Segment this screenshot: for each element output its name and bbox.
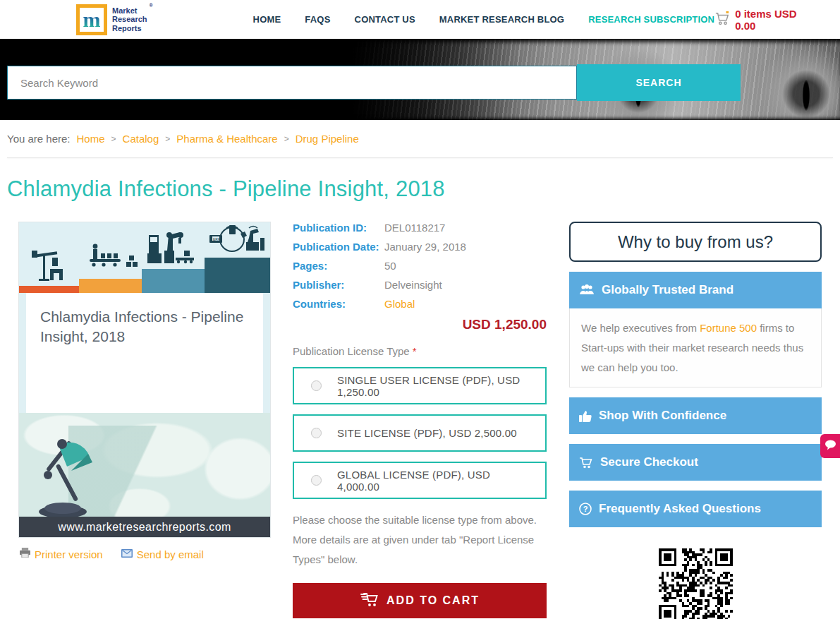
detail-row-pages: Pages: 50 (293, 260, 547, 272)
report-cover-column: ERP Chlamydia Infe (18, 222, 271, 560)
cover-step-bar (79, 279, 142, 293)
top-navigation-bar: m ® Market Research Reports HOME FAQS CO… (0, 0, 840, 39)
breadcrumb-drug-pipeline[interactable]: Drug Pipeline (296, 133, 359, 145)
breadcrumb-pharma-healthcare[interactable]: Pharma & Healthcare (176, 133, 277, 145)
breadcrumb-prefix: You are here: (7, 133, 71, 145)
detail-row-countries: Countries: Global (293, 298, 547, 310)
nav-blog[interactable]: MARKET RESEARCH BLOG (439, 14, 564, 25)
license-type-label: Publication License Type * (293, 345, 547, 357)
radio-button[interactable] (311, 428, 322, 438)
qr-code (659, 548, 733, 619)
cover-url-bar: www.marketresearchreports.com (19, 517, 270, 537)
cover-title-panel: Chlamydia Infections - Pipeline Insight,… (26, 293, 263, 413)
cover-step-bar (142, 269, 205, 293)
license-option-site[interactable]: SITE LICENSE (PDF), USD 2,500.00 (293, 414, 547, 452)
email-icon (121, 548, 133, 560)
users-group-icon (579, 284, 595, 296)
main-nav: HOME FAQS CONTACT US MARKET RESEARCH BLO… (253, 14, 715, 25)
fortune-500-link[interactable]: Fortune 500 (700, 322, 757, 334)
assembly-line-icon (90, 244, 140, 276)
detail-row-publication-id: Publication ID: DEL0118217 (293, 222, 547, 234)
robot-arm-icon (147, 229, 197, 266)
add-to-cart-button[interactable]: ADD TO CART (293, 583, 547, 618)
why-buy-sidebar: Why to buy from us? Globally Trusted Bra… (569, 222, 822, 619)
cover-step-bar (19, 286, 79, 293)
search-button[interactable]: SEARCH (577, 64, 741, 101)
globally-trusted-brand-text: We help executives from Fortune 500 firm… (569, 308, 822, 387)
radio-button[interactable] (311, 475, 322, 486)
breadcrumb: You are here: Home > Catalog > Pharma & … (0, 120, 840, 152)
required-asterisk: * (413, 345, 417, 357)
page-title: Chlamydia Infections - Pipeline Insight,… (7, 176, 840, 202)
shop-with-confidence-box[interactable]: Shop With Confidence (569, 397, 822, 434)
nav-research-subscription[interactable]: RESEARCH SUBSCRIPTION (588, 14, 714, 25)
hero-search-section: SEARCH (0, 39, 840, 120)
svg-text:ERP: ERP (213, 237, 221, 241)
detail-row-publisher: Publisher: Delveinsight (293, 279, 547, 291)
smart-factory-icon: ERP (208, 224, 266, 256)
search-input[interactable] (7, 66, 577, 100)
why-to-buy-header[interactable]: Why to buy from us? (569, 222, 822, 262)
cart-status[interactable]: 0 items USD 0.00 (714, 8, 812, 32)
logo-wordmark: ® Market Research Reports (112, 6, 147, 33)
send-by-email-link[interactable]: Send by email (121, 548, 204, 560)
pumpjack-icon (29, 248, 68, 284)
report-price: USD 1,250.00 (293, 317, 547, 332)
breadcrumb-home[interactable]: Home (77, 133, 105, 145)
logo-mark-icon: m (76, 4, 107, 35)
svg-text:?: ? (583, 505, 588, 513)
chat-bubble-icon (824, 440, 836, 453)
breadcrumb-separator: > (111, 134, 116, 144)
breadcrumb-separator: > (165, 134, 170, 144)
chat-widget-button[interactable] (820, 434, 840, 458)
search-bar: SEARCH (7, 66, 741, 101)
cover-industry-graphic: ERP (19, 222, 270, 293)
checkout-cart-icon (579, 457, 593, 469)
nav-home[interactable]: HOME (253, 14, 281, 25)
cover-title-text: Chlamydia Infections - Pipeline Insight,… (40, 307, 249, 347)
report-cover-image: ERP Chlamydia Infe (18, 222, 271, 538)
question-circle-icon: ? (579, 503, 592, 515)
breadcrumb-catalog[interactable]: Catalog (123, 133, 159, 145)
cart-icon (714, 11, 730, 28)
nav-contact-us[interactable]: CONTACT US (355, 14, 415, 25)
site-logo[interactable]: m ® Market Research Reports (76, 4, 147, 35)
cover-step-bar (205, 258, 270, 293)
main-content: ERP Chlamydia Infe (0, 222, 840, 619)
license-option-single-user[interactable]: SINGLE USER LICENSE (PDF), USD 1,250.00 (293, 367, 547, 404)
globally-trusted-brand-box[interactable]: Globally Trusted Brand (569, 272, 822, 308)
countries-global-link[interactable]: Global (384, 298, 415, 310)
divider (7, 157, 833, 158)
desk-lamp-icon (29, 426, 106, 520)
license-note: Please choose the suitable license type … (293, 510, 547, 569)
printer-icon (20, 548, 30, 560)
thumbs-up-icon (579, 410, 592, 422)
license-option-global[interactable]: GLOBAL LICENSE (PDF), USD 4,000.00 (293, 462, 547, 499)
faq-box[interactable]: ? Frequently Asked Questions (569, 491, 822, 527)
printer-version-link[interactable]: Printer version (20, 548, 103, 560)
cart-count-text: 0 items USD 0.00 (735, 8, 812, 32)
radio-button[interactable] (311, 380, 322, 391)
cover-map-graphic: www.marketresearchreports.com (19, 413, 270, 537)
secure-checkout-box[interactable]: Secure Checkout (569, 444, 822, 481)
nav-faqs[interactable]: FAQS (305, 14, 330, 25)
publication-details-column: Publication ID: DEL0118217 Publication D… (293, 222, 547, 618)
report-actions: Printer version Send by email (20, 548, 271, 560)
breadcrumb-separator: > (284, 134, 289, 144)
add-to-cart-cart-icon (360, 591, 378, 610)
page: m ® Market Research Reports HOME FAQS CO… (0, 0, 840, 619)
detail-row-publication-date: Publication Date: January 29, 2018 (293, 241, 547, 253)
